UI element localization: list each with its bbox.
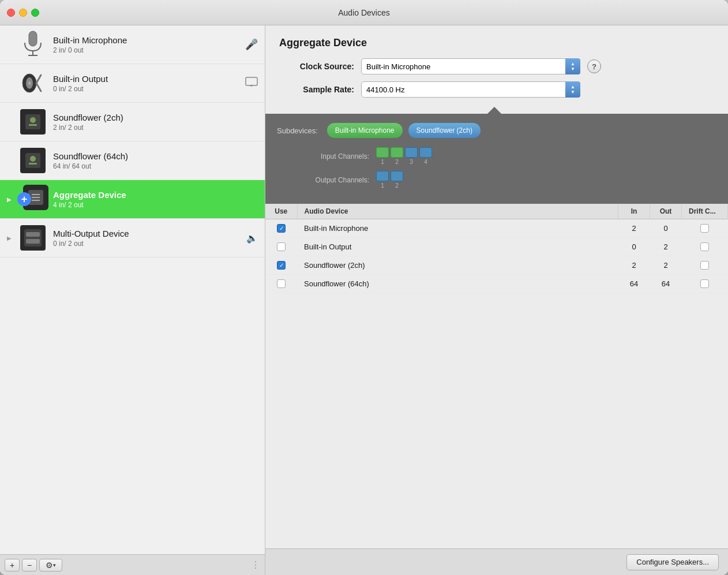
use-checkbox-soundflower-2ch[interactable] [277, 261, 286, 270]
sample-rate-row: Sample Rate: 44100.0 Hz ▲ ▼ [279, 81, 714, 98]
detail-title: Aggregate Device [279, 37, 714, 49]
input-channel-4[interactable] [419, 147, 432, 158]
drift-cell [682, 275, 728, 293]
device-text: Built-in Microphone 2 in/ 0 out [53, 35, 245, 54]
output-icon [18, 69, 47, 98]
play-arrow-icon: ▶ [7, 196, 16, 203]
device-name: Built-in Output [53, 74, 245, 84]
close-button[interactable] [7, 9, 15, 17]
sidebar-item-built-in-output[interactable]: Built-in Output 0 in/ 2 out [0, 64, 265, 103]
device-name: Built-in Microphone [53, 35, 245, 45]
svg-rect-13 [29, 124, 37, 126]
drift-checkbox-soundflower-2ch[interactable] [700, 261, 709, 270]
subdevices-area: Subdevices: Built-in Microphone Soundflo… [265, 114, 728, 204]
svg-rect-23 [26, 239, 40, 244]
svg-point-12 [30, 117, 36, 123]
input-channel-3[interactable] [405, 147, 418, 158]
sidebar-item-built-in-microphone[interactable]: Built-in Microphone 2 in/ 0 out 🎤 [0, 25, 265, 64]
svg-rect-8 [246, 77, 257, 85]
help-button[interactable]: ? [587, 59, 601, 73]
in-cell: 2 [618, 219, 650, 238]
minimize-button[interactable] [19, 9, 27, 17]
device-info: 0 in/ 2 out [53, 240, 246, 248]
svg-rect-16 [29, 163, 37, 165]
traffic-lights [7, 9, 39, 17]
gear-menu[interactable]: ⚙ ▾ [39, 559, 62, 572]
drift-checkbox-builtin-output[interactable] [700, 242, 709, 251]
remove-device-button[interactable]: − [22, 559, 37, 572]
gear-button[interactable]: ⚙ ▾ [39, 559, 62, 572]
checkbox-wrapper [689, 242, 721, 251]
drift-checkbox-builtin-mic[interactable] [700, 224, 709, 233]
svg-point-15 [30, 156, 36, 162]
channel-num-3: 3 [405, 159, 418, 165]
device-info: 2 in/ 2 out [53, 124, 258, 132]
checkbox-wrapper [272, 224, 290, 233]
subdevice-button-microphone[interactable]: Built-in Microphone [327, 123, 403, 138]
input-channels-row: Input Channels: 1 2 3 4 [277, 147, 716, 165]
titlebar: Audio Devices [0, 0, 728, 25]
checkbox-wrapper [689, 279, 721, 288]
speaker-badge-icon: 🔈 [246, 233, 258, 244]
configure-speakers-button[interactable]: Configure Speakers... [626, 554, 719, 570]
sidebar-item-multi-output-device[interactable]: ▶ Multi-Output Device 0 in/ 2 out [0, 219, 265, 257]
input-channel-1[interactable] [376, 147, 389, 158]
col-header-use: Use [265, 204, 297, 219]
input-channel-2[interactable] [391, 147, 403, 158]
use-checkbox-builtin-output[interactable] [277, 242, 286, 251]
sidebar-toolbar: + − ⚙ ▾ ⋮ [0, 554, 265, 575]
device-name: Soundflower (64ch) [53, 151, 258, 161]
clock-source-row: Clock Source: Built-in Microphone ▲ ▼ ? [279, 58, 714, 74]
use-checkbox-builtin-mic[interactable] [277, 224, 286, 233]
col-header-audio-device: Audio Device [297, 204, 618, 219]
sidebar-item-soundflower-64ch[interactable]: Soundflower (64ch) 64 in/ 64 out [0, 141, 265, 180]
use-checkbox-soundflower-64ch[interactable] [277, 279, 286, 288]
clock-source-select-wrapper: Built-in Microphone ▲ ▼ [361, 58, 580, 74]
use-cell [265, 256, 297, 275]
subdevice-button-soundflower[interactable]: Soundflower (2ch) [408, 123, 481, 138]
clock-source-label: Clock Source: [279, 62, 354, 71]
checkbox-wrapper [272, 279, 290, 288]
multi-output-icon [18, 223, 47, 252]
device-text: Soundflower (64ch) 64 in/ 64 out [53, 151, 258, 170]
sample-rate-select-wrapper: 44100.0 Hz ▲ ▼ [361, 81, 580, 98]
sample-rate-select[interactable]: 44100.0 Hz [361, 81, 580, 98]
out-cell: 0 [650, 219, 682, 238]
table-row: Soundflower (64ch) 64 64 [265, 275, 728, 293]
input-channels-visual: 1 2 3 4 [376, 147, 432, 165]
device-info: 2 in/ 0 out [53, 46, 245, 54]
output-channel-2[interactable] [391, 171, 403, 181]
sidebar-item-soundflower-2ch[interactable]: Soundflower (2ch) 2 in/ 2 out [0, 103, 265, 141]
svg-line-7 [36, 83, 41, 91]
svg-rect-0 [29, 31, 37, 46]
drift-checkbox-soundflower-64ch[interactable] [700, 279, 709, 288]
chevron-down-icon: ▾ [53, 562, 56, 568]
channel-num-2: 2 [391, 159, 403, 165]
use-cell [265, 275, 297, 293]
subdevices-label: Subdevices: [277, 126, 318, 135]
out-cell: 2 [650, 238, 682, 256]
device-info: 0 in/ 2 out [53, 85, 245, 93]
maximize-button[interactable] [31, 9, 39, 17]
sidebar-item-aggregate-device[interactable]: ▶ + Aggregate Devic [0, 180, 265, 219]
soundflower-2ch-icon [18, 107, 47, 136]
bottom-bar: Configure Speakers... [265, 548, 728, 575]
add-device-button[interactable]: + [5, 559, 20, 572]
in-cell: 0 [618, 238, 650, 256]
checkbox-wrapper [689, 261, 721, 270]
output-channels-label: Output Channels: [288, 176, 369, 184]
output-channel-1[interactable] [376, 171, 389, 181]
drift-cell [682, 256, 728, 275]
output-channel-blocks [376, 171, 403, 181]
drift-cell [682, 238, 728, 256]
microphone-badge-icon: 🎤 [245, 38, 258, 51]
device-name: Soundflower (2ch) [53, 113, 258, 122]
in-cell: 64 [618, 275, 650, 293]
device-detail: Aggregate Device Clock Source: Built-in … [265, 25, 728, 114]
soundflower-64ch-icon [18, 146, 47, 175]
checkbox-wrapper [272, 261, 290, 270]
clock-source-select[interactable]: Built-in Microphone [361, 58, 580, 74]
sidebar-list: Built-in Microphone 2 in/ 0 out 🎤 [0, 25, 265, 554]
right-panel: Aggregate Device Clock Source: Built-in … [265, 25, 728, 575]
resize-handle: ⋮ [251, 559, 260, 570]
